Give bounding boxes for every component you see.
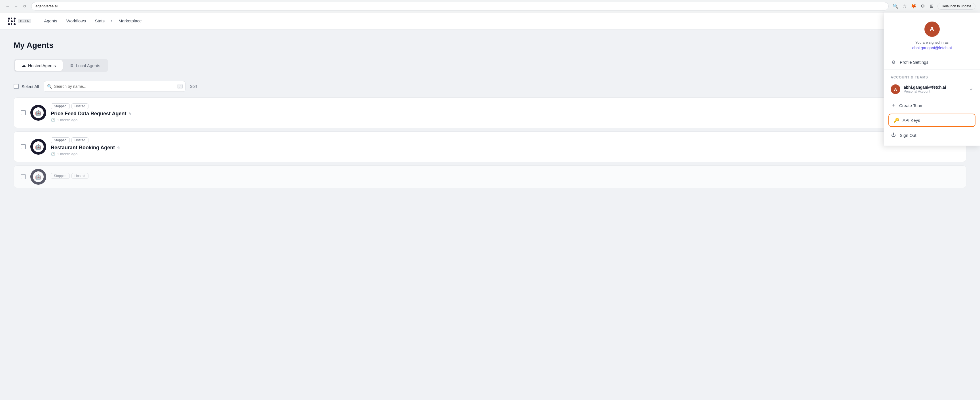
status-badge: Stopped [51, 103, 70, 109]
agent-checkbox-3[interactable] [21, 174, 26, 179]
cloud-icon: ☁ [22, 63, 26, 68]
logo-dot-9 [14, 23, 16, 25]
agent-avatar-inner: 🤖 [33, 141, 44, 152]
nav-agents[interactable]: Agents [40, 16, 61, 25]
search-input[interactable] [44, 81, 185, 92]
agent-tags-2: Stopped Hosted [51, 137, 959, 143]
avatar: 🤖 [30, 169, 46, 185]
nav-workflows[interactable]: Workflows [62, 16, 90, 25]
logo-dot-3 [14, 17, 16, 19]
controls-row: Select All 🔍 / Sort [14, 81, 966, 92]
clock-icon: 🕐 [51, 118, 55, 122]
navbar-right: A ▾ [955, 14, 973, 28]
beta-badge: BETA [18, 19, 31, 23]
browser-bar: ← → ↻ agentverse.ai 🔍 ☆ 🦊 ⚙ ⊞ Relaunch t… [0, 0, 980, 13]
nav-links: Agents Workflows Stats Marketplace [40, 16, 146, 25]
edit-icon[interactable]: ✎ [129, 112, 132, 116]
nav-marketplace[interactable]: Marketplace [115, 16, 146, 25]
agent-meta: 🕐 1 month ago [51, 118, 959, 122]
clock-icon: 🕐 [51, 152, 55, 156]
agent-time: 1 month ago [57, 152, 77, 156]
tab-hosted-agents[interactable]: ☁ Hosted Agents [15, 60, 63, 71]
main-content: My Agents ☁ Hosted Agents 🖥 Local Agents… [0, 29, 980, 203]
agent-tags-1: Stopped Hosted [51, 103, 959, 109]
status-badge: Stopped [51, 173, 70, 179]
url-text: agentverse.ai [35, 4, 57, 8]
extensions-icon[interactable]: ⚙ [919, 3, 926, 10]
browser-actions: 🔍 ☆ 🦊 ⚙ ⊞ Relaunch to update [892, 3, 975, 10]
agent-checkbox-1[interactable] [21, 110, 26, 115]
search-icon: 🔍 [47, 84, 52, 89]
page-title: My Agents [14, 41, 966, 50]
logo-dot-4 [8, 21, 10, 22]
logo-icon [7, 16, 16, 25]
logo-dot-6 [14, 21, 15, 22]
agent-list: 🤖 Stopped Hosted Price Feed Data Request… [14, 97, 966, 192]
browser-nav-buttons: ← → ↻ [5, 3, 28, 10]
chevron-down-icon[interactable]: ▾ [969, 19, 970, 23]
agent-avatar-inner: 🤖 [33, 107, 44, 118]
logo-dot-5 [11, 21, 13, 22]
host-badge: Hosted [72, 137, 89, 143]
edit-icon[interactable]: ✎ [117, 146, 121, 150]
star-icon[interactable]: ☆ [901, 3, 908, 10]
address-bar[interactable]: agentverse.ai [31, 2, 889, 11]
select-all-label: Select All [22, 84, 39, 89]
sort-label: Sort [190, 84, 197, 89]
avatar: 🤖 [30, 105, 46, 121]
fox-icon[interactable]: 🦊 [910, 3, 917, 10]
agent-tags-3: Stopped Hosted [51, 173, 959, 179]
agent-name: Price Feed Data Request Agent [51, 111, 126, 117]
select-all-checkbox[interactable] [14, 84, 19, 89]
logo-dot-1 [8, 17, 10, 19]
user-avatar-button[interactable]: A [956, 15, 967, 27]
select-all-area: Select All [14, 84, 39, 89]
agent-info: Stopped Hosted Price Feed Data Request A… [51, 103, 959, 122]
monitor-icon: 🖥 [70, 63, 74, 68]
agent-info: Stopped Hosted [51, 173, 959, 181]
logo-dot-7 [8, 23, 10, 25]
agent-name-row: Price Feed Data Request Agent ✎ [51, 111, 959, 117]
table-row: 🤖 Stopped Hosted Price Feed Data Request… [14, 97, 966, 128]
status-badge: Stopped [51, 137, 70, 143]
back-button[interactable]: ← [5, 3, 11, 10]
tab-switcher: ☁ Hosted Agents 🖥 Local Agents [14, 59, 108, 72]
host-badge: Hosted [72, 103, 89, 109]
search-box: 🔍 / [44, 81, 185, 92]
forward-button[interactable]: → [13, 3, 19, 10]
app-navbar: BETA Agents Workflows Stats Marketplace … [0, 13, 980, 29]
nav-separator [111, 20, 112, 22]
agent-name-row: Restaurant Booking Agent ✎ [51, 145, 959, 151]
avatar: 🤖 [30, 139, 46, 155]
table-row: 🤖 Stopped Hosted Restaurant Booking Agen… [14, 132, 966, 162]
logo-dot-2 [11, 17, 12, 19]
nav-stats[interactable]: Stats [91, 16, 108, 25]
tab-local-agents[interactable]: 🖥 Local Agents [63, 60, 107, 71]
relaunch-button[interactable]: Relaunch to update [937, 3, 975, 10]
zoom-icon[interactable]: 🔍 [892, 3, 899, 10]
host-badge: Hosted [72, 173, 89, 179]
menu-icon[interactable]: ⊞ [928, 3, 935, 10]
logo-dot-8 [11, 23, 12, 25]
reload-button[interactable]: ↻ [22, 3, 28, 10]
agent-time: 1 month ago [57, 118, 77, 122]
agent-info: Stopped Hosted Restaurant Booking Agent … [51, 137, 959, 156]
agent-avatar-inner: 🤖 [33, 171, 44, 182]
search-slash-shortcut: / [178, 84, 182, 89]
agent-name: Restaurant Booking Agent [51, 145, 115, 151]
agent-meta: 🕐 1 month ago [51, 152, 959, 156]
logo-area: BETA [7, 16, 31, 25]
agent-checkbox-2[interactable] [21, 144, 26, 149]
table-row: 🤖 Stopped Hosted [14, 165, 966, 188]
